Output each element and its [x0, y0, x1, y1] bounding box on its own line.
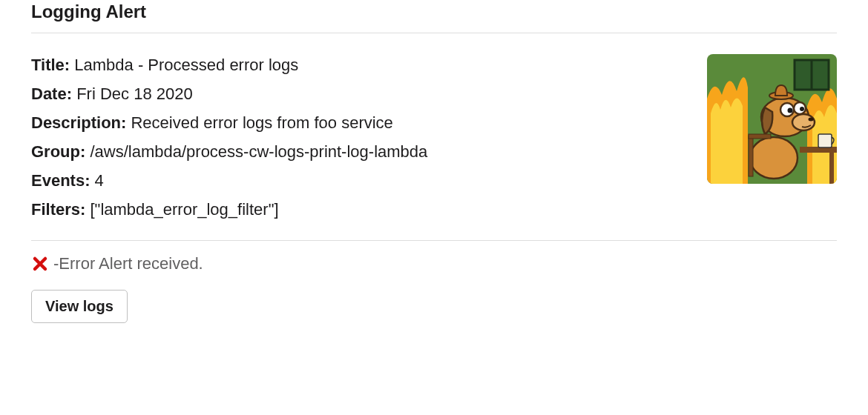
details-section: Title: Lambda - Processed error logs Dat…	[31, 33, 837, 240]
detail-value-events: 4	[95, 171, 104, 190]
svg-point-13	[800, 107, 804, 111]
alert-title: Logging Alert	[31, 1, 146, 21]
detail-label-events: Events:	[31, 171, 90, 190]
svg-rect-5	[818, 134, 832, 147]
alert-header: Logging Alert	[31, 0, 837, 33]
details-list: Title: Lambda - Processed error logs Dat…	[31, 53, 689, 227]
detail-label-date: Date:	[31, 84, 72, 103]
status-separator: -	[53, 254, 59, 273]
actions-row: View logs	[31, 290, 837, 323]
detail-value-description: Received error logs from foo service	[131, 113, 392, 132]
detail-label-title: Title:	[31, 56, 70, 74]
svg-point-11	[788, 108, 793, 113]
this-is-fine-dog-icon	[707, 54, 837, 184]
svg-rect-16	[749, 134, 771, 139]
svg-rect-15	[749, 136, 753, 176]
svg-point-9	[809, 118, 814, 122]
detail-label-group: Group:	[31, 142, 85, 161]
detail-row-title: Title: Lambda - Processed error logs	[31, 53, 689, 78]
detail-label-description: Description:	[31, 113, 126, 132]
status-text: Error Alert received.	[59, 254, 203, 273]
svg-rect-4	[829, 153, 834, 184]
detail-row-events: Events: 4	[31, 168, 689, 193]
detail-row-description: Description: Received error logs from fo…	[31, 110, 689, 136]
view-logs-button[interactable]: View logs	[31, 290, 128, 323]
detail-value-filters: ["lambda_error_log_filter"]	[90, 200, 278, 219]
alert-thumbnail	[707, 54, 837, 184]
detail-label-filters: Filters:	[31, 200, 85, 219]
detail-row-filters: Filters: ["lambda_error_log_filter"]	[31, 197, 689, 222]
detail-row-date: Date: Fri Dec 18 2020	[31, 82, 689, 107]
svg-point-6	[750, 137, 798, 179]
status-row: - Error Alert received.	[31, 241, 837, 290]
svg-point-8	[792, 114, 815, 130]
detail-value-title: Lambda - Processed error logs	[74, 56, 298, 74]
detail-value-date: Fri Dec 18 2020	[76, 84, 193, 103]
detail-value-group: /aws/lambda/process-cw-logs-print-log-la…	[90, 142, 427, 161]
cross-x-icon	[31, 255, 49, 273]
detail-row-group: Group: /aws/lambda/process-cw-logs-print…	[31, 139, 689, 165]
